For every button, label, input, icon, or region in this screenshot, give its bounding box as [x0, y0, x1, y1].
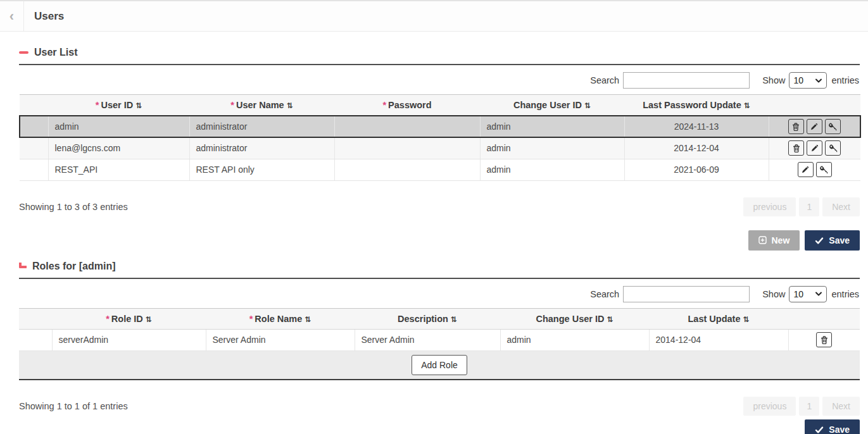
- user-page-size-select[interactable]: 10: [789, 72, 827, 89]
- sort-icon: ⇅: [743, 315, 749, 324]
- col-header-role-name[interactable]: *Role Name⇅: [206, 308, 355, 329]
- page-title: Users: [34, 1, 64, 31]
- required-marker: *: [96, 100, 99, 110]
- roles-controls: Search Show 10 entries: [19, 285, 860, 303]
- pencil-icon: [810, 122, 819, 131]
- edit-user-button[interactable]: [807, 140, 822, 156]
- roles-search-input[interactable]: [623, 286, 750, 302]
- select-column-header: [19, 308, 52, 329]
- required-marker: *: [106, 314, 110, 324]
- row-actions: [788, 329, 860, 350]
- sort-icon: ⇅: [305, 315, 311, 324]
- cell-password: [334, 159, 480, 180]
- cell-user-id: REST_API: [48, 159, 189, 180]
- role-row-serveradmin[interactable]: serverAdmin Server Admin Server Admin ad…: [19, 329, 860, 350]
- user-list-title: User List: [34, 47, 77, 58]
- cell-description: Server Admin: [355, 329, 500, 350]
- sort-icon: ⇅: [146, 315, 152, 324]
- col-header-last-update[interactable]: Last Update⇅: [649, 308, 788, 329]
- row-select-cell[interactable]: [19, 329, 52, 350]
- password-key-button[interactable]: [816, 162, 832, 177]
- sub-section-corner-icon: [19, 263, 27, 268]
- chevron-left-icon: ‹: [9, 8, 14, 25]
- cell-change-user-id: admin: [480, 137, 624, 159]
- password-key-button[interactable]: [825, 140, 841, 156]
- user-table-footer: Showing 1 to 3 of 3 entries previous 1 N…: [19, 197, 860, 216]
- page-number-button[interactable]: 1: [799, 197, 819, 216]
- cell-change-user-id: admin: [500, 329, 649, 350]
- pencil-icon: [810, 144, 819, 152]
- user-pagination: previous 1 Next: [740, 197, 860, 216]
- user-row-admin[interactable]: admin administrator admin 2024-11-13: [20, 116, 860, 137]
- back-button[interactable]: ‹: [0, 1, 24, 31]
- cell-role-id: serverAdmin: [52, 329, 206, 350]
- cell-password: [334, 116, 480, 137]
- roles-title: Roles for [admin]: [32, 261, 116, 272]
- trash-icon: [820, 335, 829, 344]
- collapse-minus-icon[interactable]: [19, 51, 28, 54]
- row-select-cell[interactable]: [20, 137, 48, 159]
- col-header-description[interactable]: Description⇅: [355, 308, 500, 329]
- row-select-cell[interactable]: [20, 116, 48, 137]
- col-header-user-name[interactable]: *User Name⇅: [189, 95, 334, 116]
- save-users-button[interactable]: Save: [805, 230, 860, 251]
- roles-page-size-select[interactable]: 10: [789, 286, 827, 302]
- roles-pagination: previous 1 Next: [740, 397, 860, 416]
- search-label: Search: [590, 289, 619, 299]
- user-row-lena[interactable]: lena@lgcns.com administrator admin 2014-…: [20, 137, 860, 159]
- pencil-icon: [801, 165, 810, 174]
- password-key-button[interactable]: [825, 119, 841, 134]
- next-page-button[interactable]: Next: [822, 197, 860, 216]
- roles-table-header-row: *Role ID⇅ *Role Name⇅ Description⇅ Chang…: [19, 308, 860, 329]
- edit-user-button[interactable]: [798, 162, 814, 177]
- user-row-rest-api[interactable]: REST_API REST API only admin 2021-06-09: [20, 159, 860, 180]
- page-number-button[interactable]: 1: [799, 397, 819, 416]
- cell-change-user-id: admin: [480, 159, 624, 180]
- delete-user-button[interactable]: [788, 119, 804, 134]
- cell-user-id: admin: [48, 116, 189, 137]
- key-icon: [819, 165, 828, 174]
- save-roles-button[interactable]: Save: [805, 419, 860, 434]
- cell-user-name: administrator: [189, 116, 334, 137]
- edit-user-button[interactable]: [807, 119, 822, 134]
- add-role-row: Add Role: [19, 350, 860, 380]
- trash-icon: [791, 122, 800, 131]
- user-search-input[interactable]: [623, 72, 750, 89]
- key-icon: [828, 122, 837, 131]
- cell-last-password-update: 2024-11-13: [624, 116, 769, 137]
- check-icon: [815, 426, 824, 433]
- key-icon: [829, 144, 838, 152]
- col-header-user-id[interactable]: *User ID⇅: [48, 95, 189, 116]
- cell-password: [334, 137, 480, 159]
- col-header-password: *Password: [334, 95, 480, 116]
- show-label: Show: [762, 289, 785, 299]
- chevron-down-icon: [815, 290, 822, 297]
- new-user-button[interactable]: New: [748, 230, 800, 251]
- user-list-controls: Search Show 10 entries: [19, 71, 860, 89]
- previous-page-button[interactable]: previous: [743, 197, 796, 216]
- sort-icon: ⇅: [744, 101, 750, 110]
- col-header-change-user-id[interactable]: Change User ID⇅: [480, 95, 624, 116]
- row-select-cell[interactable]: [20, 159, 48, 180]
- section-divider: [19, 64, 860, 65]
- user-list-section-header: User List: [19, 46, 860, 59]
- sort-icon: ⇅: [607, 315, 613, 324]
- next-page-button[interactable]: Next: [822, 397, 860, 416]
- required-marker: *: [230, 100, 234, 110]
- user-table: *User ID⇅ *User Name⇅ *Password Change U…: [19, 94, 861, 181]
- plus-icon: [758, 236, 767, 244]
- actions-column-header: [769, 95, 860, 116]
- user-list-actions: New Save: [19, 230, 860, 251]
- cell-last-password-update: 2021-06-09: [624, 159, 769, 180]
- delete-role-button[interactable]: [816, 332, 832, 347]
- col-header-role-id[interactable]: *Role ID⇅: [52, 308, 206, 329]
- delete-user-button[interactable]: [788, 140, 804, 156]
- sort-icon: ⇅: [135, 101, 142, 110]
- previous-page-button[interactable]: previous: [743, 397, 796, 416]
- col-header-last-password-update[interactable]: Last Password Update⇅: [624, 95, 769, 116]
- col-header-change-user-id[interactable]: Change User ID⇅: [500, 308, 649, 329]
- add-role-button[interactable]: Add Role: [412, 355, 467, 375]
- cell-user-id: lena@lgcns.com: [48, 137, 189, 159]
- page-size-value: 10: [793, 289, 803, 299]
- user-table-info: Showing 1 to 3 of 3 entries: [19, 202, 128, 212]
